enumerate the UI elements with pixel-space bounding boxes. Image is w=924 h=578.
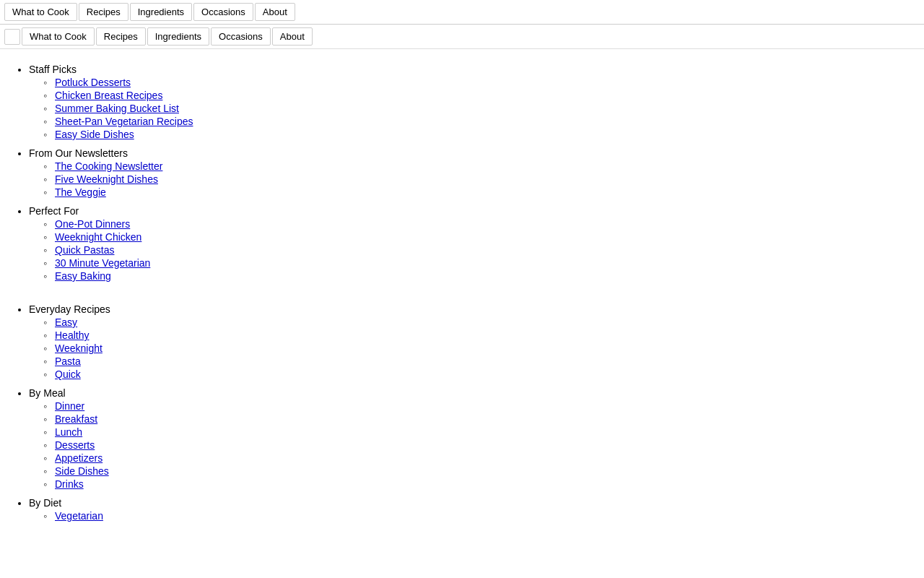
link-4-3[interactable]: Desserts	[55, 439, 95, 451]
link-0-3[interactable]: Sheet-Pan Vegetarian Recipes	[55, 116, 193, 127]
list-item: Side Dishes	[43, 465, 910, 477]
nav-what-to-cook-top[interactable]: What to Cook	[4, 3, 77, 21]
list-item: Dinner	[43, 400, 910, 412]
section-1: From Our NewslettersThe Cooking Newslett…	[29, 147, 910, 198]
link-0-2[interactable]: Summer Baking Bucket List	[55, 103, 179, 114]
link-4-5[interactable]: Side Dishes	[55, 465, 109, 477]
link-3-2[interactable]: Weeknight	[55, 342, 103, 354]
link-2-2[interactable]: Quick Pastas	[55, 244, 114, 256]
link-2-0[interactable]: One-Pot Dinners	[55, 218, 130, 230]
link-1-2[interactable]: The Veggie	[55, 186, 106, 198]
list-item: Vegetarian	[43, 510, 910, 522]
link-4-1[interactable]: Breakfast	[55, 413, 97, 425]
list-item: Appetizers	[43, 452, 910, 464]
spacer	[29, 289, 910, 296]
list-item: One-Pot Dinners	[43, 218, 910, 230]
sub-list-1: The Cooking NewsletterFive Weeknight Dis…	[29, 160, 910, 198]
list-item: Drinks	[43, 478, 910, 490]
nav-about-top[interactable]: About	[255, 3, 295, 21]
list-item: Weeknight Chicken	[43, 231, 910, 243]
section-4: By MealDinnerBreakfastLunchDessertsAppet…	[29, 387, 910, 490]
section-label-0: Staff Picks	[29, 64, 77, 75]
section-label-5: By Diet	[29, 497, 61, 509]
nav-occasions-bottom[interactable]: Occasions	[211, 27, 271, 46]
sub-list-4: DinnerBreakfastLunchDessertsAppetizersSi…	[29, 400, 910, 490]
section-2: Perfect ForOne-Pot DinnersWeeknight Chic…	[29, 205, 910, 282]
nav-occasions-top[interactable]: Occasions	[193, 3, 253, 21]
list-item: Chicken Breast Recipes	[43, 90, 910, 101]
link-3-0[interactable]: Easy	[55, 316, 77, 328]
link-4-0[interactable]: Dinner	[55, 400, 84, 412]
list-item: Easy	[43, 316, 910, 328]
list-item: Quick Pastas	[43, 244, 910, 256]
link-4-4[interactable]: Appetizers	[55, 452, 103, 464]
list-item: Summer Baking Bucket List	[43, 103, 910, 114]
list-item: The Veggie	[43, 186, 910, 198]
list-item: Lunch	[43, 426, 910, 438]
list-item: Five Weeknight Dishes	[43, 173, 910, 185]
hamburger-button[interactable]	[4, 29, 20, 45]
list-item: Pasta	[43, 355, 910, 367]
nav-recipes-top[interactable]: Recipes	[79, 3, 128, 21]
list-item: Healthy	[43, 329, 910, 341]
section-label-4: By Meal	[29, 387, 66, 399]
nav-row-top: What to Cook Recipes Ingredients Occasio…	[0, 0, 924, 25]
link-2-3[interactable]: 30 Minute Vegetarian	[55, 257, 150, 269]
main-content: Staff PicksPotluck DessertsChicken Breas…	[0, 49, 924, 529]
link-4-2[interactable]: Lunch	[55, 426, 82, 438]
section-label-1: From Our Newsletters	[29, 147, 128, 159]
link-4-6[interactable]: Drinks	[55, 478, 84, 490]
section-label-2: Perfect For	[29, 205, 79, 217]
link-2-1[interactable]: Weeknight Chicken	[55, 231, 141, 243]
link-2-4[interactable]: Easy Baking	[55, 270, 111, 282]
list-item: Sheet-Pan Vegetarian Recipes	[43, 116, 910, 127]
list-item: Breakfast	[43, 413, 910, 425]
list-item: Weeknight	[43, 342, 910, 354]
sub-list-5: Vegetarian	[29, 510, 910, 522]
sub-list-2: One-Pot DinnersWeeknight ChickenQuick Pa…	[29, 218, 910, 282]
nav-about-bottom[interactable]: About	[272, 27, 313, 46]
link-0-0[interactable]: Potluck Desserts	[55, 77, 131, 88]
list-item: Quick	[43, 368, 910, 380]
main-nav-list: Staff PicksPotluck DessertsChicken Breas…	[14, 64, 910, 522]
sub-list-0: Potluck DessertsChicken Breast RecipesSu…	[29, 77, 910, 140]
list-item: Easy Side Dishes	[43, 129, 910, 140]
nav-ingredients-bottom[interactable]: Ingredients	[147, 27, 209, 46]
link-0-4[interactable]: Easy Side Dishes	[55, 129, 134, 140]
list-item: Potluck Desserts	[43, 77, 910, 88]
section-label-3: Everyday Recipes	[29, 303, 110, 315]
link-1-0[interactable]: The Cooking Newsletter	[55, 160, 162, 172]
nav-what-to-cook-bottom[interactable]: What to Cook	[22, 27, 95, 46]
link-0-1[interactable]: Chicken Breast Recipes	[55, 90, 162, 101]
link-5-0[interactable]: Vegetarian	[55, 510, 103, 522]
nav-recipes-bottom[interactable]: Recipes	[96, 27, 146, 46]
nav-row-bottom: What to Cook Recipes Ingredients Occasio…	[0, 25, 924, 49]
link-3-4[interactable]: Quick	[55, 368, 81, 380]
section-0: Staff PicksPotluck DessertsChicken Breas…	[29, 64, 910, 140]
list-item: Desserts	[43, 439, 910, 451]
link-3-1[interactable]: Healthy	[55, 329, 89, 341]
list-item: 30 Minute Vegetarian	[43, 257, 910, 269]
section-5: By DietVegetarian	[29, 497, 910, 522]
link-1-1[interactable]: Five Weeknight Dishes	[55, 173, 158, 185]
list-item: The Cooking Newsletter	[43, 160, 910, 172]
nav-ingredients-top[interactable]: Ingredients	[130, 3, 192, 21]
link-3-3[interactable]: Pasta	[55, 355, 81, 367]
list-item: Easy Baking	[43, 270, 910, 282]
sub-list-3: EasyHealthyWeeknightPastaQuick	[29, 316, 910, 380]
section-3: Everyday RecipesEasyHealthyWeeknightPast…	[29, 303, 910, 380]
